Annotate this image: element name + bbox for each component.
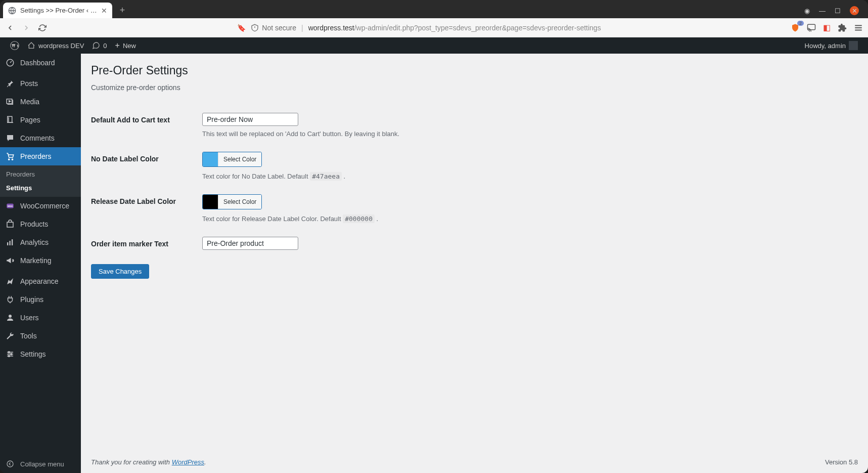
shield-badge: 2	[797, 21, 804, 26]
analytics-icon	[5, 237, 15, 247]
sidebar-item-preorders[interactable]: Preorders	[0, 147, 81, 165]
forward-icon[interactable]	[21, 23, 31, 33]
swatch-release	[203, 195, 218, 209]
window-controls: ◉ — ☐ ✕	[804, 6, 865, 18]
window-close-icon[interactable]: ✕	[850, 6, 859, 15]
sidebar-item-users[interactable]: Users	[0, 309, 81, 327]
row-release-color: Release Date Label Color Select Color Te…	[91, 187, 858, 230]
input-marker-text[interactable]	[202, 237, 298, 250]
pages-icon	[5, 115, 15, 125]
wordpress-link[interactable]: WordPress	[172, 458, 204, 466]
shield-icon[interactable]: 2	[791, 23, 800, 32]
svg-rect-3	[808, 24, 815, 30]
settings-icon	[5, 349, 15, 359]
svg-rect-16	[7, 242, 8, 245]
avatar	[849, 41, 858, 50]
sidebar-item-products[interactable]: Products	[0, 215, 81, 233]
svg-point-12	[12, 159, 13, 160]
svg-text:woo: woo	[7, 204, 13, 207]
submenu-item-settings[interactable]: Settings	[0, 181, 81, 195]
page-title: Pre-Order Settings	[91, 64, 858, 77]
sidebar-item-comments[interactable]: Comments	[0, 129, 81, 147]
row-cart-text: Default Add to Cart text This text will …	[91, 106, 858, 145]
close-tab-icon[interactable]: ✕	[101, 7, 107, 15]
media-icon	[5, 97, 15, 107]
minimize-icon[interactable]: —	[819, 7, 826, 15]
sidebar-item-appearance[interactable]: Appearance	[0, 272, 81, 290]
svg-point-23	[8, 352, 10, 353]
sidebar-item-analytics[interactable]: Analytics	[0, 233, 81, 251]
bookmark-icon[interactable]: 🔖	[237, 24, 246, 32]
tools-icon	[5, 331, 15, 341]
not-secure-label[interactable]: Not secure	[251, 24, 296, 32]
svg-rect-10	[8, 116, 12, 122]
content-area: Pre-Order Settings Customize pre-order o…	[81, 54, 868, 473]
pin-icon	[5, 78, 15, 89]
desc-cart-text: This text will be replaced on 'Add to Ca…	[202, 130, 858, 138]
globe-icon	[8, 7, 16, 15]
app-icon[interactable]: ◧	[823, 23, 831, 32]
collapse-menu[interactable]: Collapse menu	[0, 455, 81, 473]
sidebar-item-tools[interactable]: Tools	[0, 327, 81, 345]
page-subtitle: Customize pre-order options	[91, 83, 858, 92]
browser-tab-bar: Settings >> Pre-Order ‹ wo… ✕ + ◉ — ☐ ✕	[0, 0, 868, 18]
svg-point-25	[8, 355, 10, 357]
megaphone-icon	[5, 255, 15, 266]
sidebar-item-woocommerce[interactable]: woo WooCommerce	[0, 197, 81, 215]
back-icon[interactable]	[5, 23, 15, 33]
comments-icon	[5, 133, 15, 143]
desc-release: Text color for Release Date Label Color.…	[202, 215, 858, 223]
svg-rect-15	[7, 222, 13, 227]
label-release-color: Release Date Label Color	[91, 194, 202, 223]
sidebar-item-plugins[interactable]: Plugins	[0, 290, 81, 309]
comments-link[interactable]: 0	[88, 41, 111, 50]
wp-logo[interactable]	[6, 41, 23, 50]
label-no-date-color: No Date Label Color	[91, 152, 202, 180]
maximize-icon[interactable]: ☐	[835, 7, 841, 15]
tab-title: Settings >> Pre-Order ‹ wo…	[20, 7, 97, 14]
svg-point-24	[11, 354, 12, 355]
appearance-icon	[5, 276, 15, 286]
select-color-button[interactable]: Select Color	[218, 152, 261, 166]
address-bar[interactable]: 🔖 Not secure | wordpress.test/wp-admin/e…	[54, 24, 785, 32]
settings-dot-icon[interactable]: ◉	[804, 7, 810, 15]
collapse-icon	[5, 459, 15, 469]
svg-point-19	[9, 315, 12, 318]
howdy-link[interactable]: Howdy, admin	[801, 41, 862, 50]
wp-adminbar: wordpress DEV 0 + New Howdy, admin	[0, 37, 868, 54]
row-no-date-color: No Date Label Color Select Color Text co…	[91, 145, 858, 187]
site-name-link[interactable]: wordpress DEV	[23, 41, 88, 50]
sidebar-item-pages[interactable]: Pages	[0, 111, 81, 129]
sidebar-item-media[interactable]: Media	[0, 93, 81, 111]
sidebar-item-settings[interactable]: Settings	[0, 345, 81, 363]
submenu-item-preorders[interactable]: Preorders	[0, 167, 81, 181]
select-color-button[interactable]: Select Color	[218, 195, 261, 209]
users-icon	[5, 313, 15, 323]
svg-point-26	[7, 461, 13, 467]
label-cart-text: Default Add to Cart text	[91, 113, 202, 138]
sidebar-item-marketing[interactable]: Marketing	[0, 251, 81, 270]
plugins-icon	[5, 294, 15, 305]
input-cart-text[interactable]	[202, 113, 298, 126]
label-marker-text: Order item marker Text	[91, 237, 202, 250]
color-picker-no-date[interactable]: Select Color	[202, 152, 262, 167]
version-label: Version 5.8	[825, 458, 858, 466]
extensions-icon[interactable]	[838, 23, 847, 32]
cart-icon	[5, 151, 15, 161]
submenu-preorders: Preorders Settings	[0, 165, 81, 197]
reload-icon[interactable]	[37, 23, 48, 33]
color-picker-release[interactable]: Select Color	[202, 194, 262, 209]
sidebar-item-dashboard[interactable]: Dashboard	[0, 54, 81, 72]
admin-sidebar: Dashboard Posts Media Pages Comments P	[0, 54, 81, 473]
browser-tab[interactable]: Settings >> Pre-Order ‹ wo… ✕	[3, 3, 112, 18]
dashboard-icon	[5, 58, 15, 68]
cast-icon[interactable]	[807, 23, 816, 32]
products-icon	[5, 219, 15, 229]
browser-menu-icon[interactable]	[854, 23, 863, 32]
save-changes-button[interactable]: Save Changes	[91, 264, 149, 279]
new-tab-button[interactable]: +	[115, 3, 129, 17]
svg-rect-18	[12, 239, 13, 245]
sidebar-item-posts[interactable]: Posts	[0, 74, 81, 93]
new-content-link[interactable]: + New	[111, 41, 140, 50]
svg-rect-17	[10, 241, 11, 245]
